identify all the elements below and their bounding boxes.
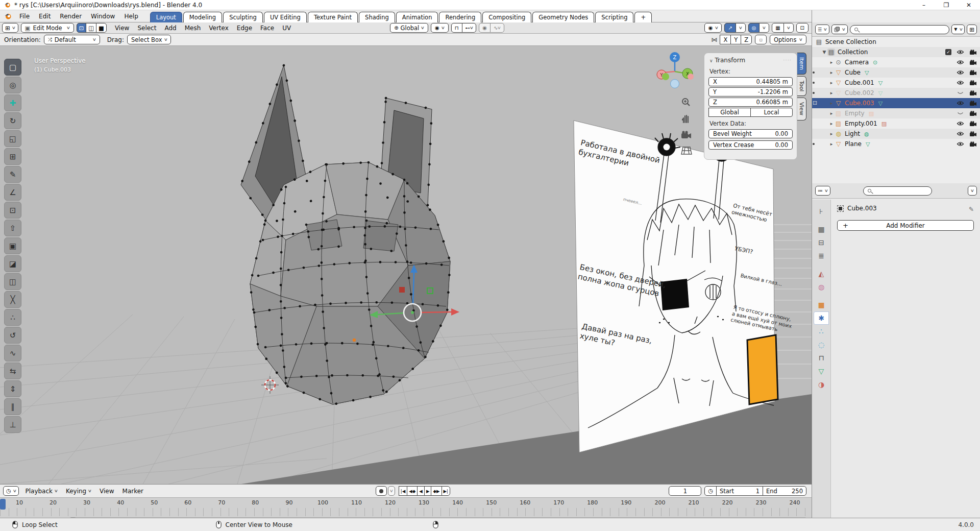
viewport-menu-item[interactable]: Select [133, 25, 160, 32]
camera-toggle-icon[interactable] [969, 60, 977, 65]
workspace-tab[interactable]: Geometry Nodes [532, 12, 594, 22]
play-reverse-button[interactable]: ◀ [417, 486, 425, 496]
eye-icon[interactable] [957, 131, 964, 136]
stopwatch-icon[interactable]: ◷ [704, 486, 717, 496]
item-expand-icon[interactable]: ▸ [828, 111, 835, 116]
item-expand-icon[interactable]: ▸ [828, 131, 835, 136]
mode-dropdown[interactable]: ▣ Edit Mode ∨ [21, 23, 74, 33]
edge-slide-tool[interactable]: ⇆ [4, 363, 21, 379]
proportional-editing-icon[interactable]: ◉ [479, 23, 491, 33]
outliner-filter-dropdown[interactable]: ▼∨ [951, 25, 965, 34]
eye-closed-icon[interactable] [957, 90, 964, 95]
vertex-data-field[interactable]: Vertex Crease 0.00 [708, 140, 793, 150]
xray-toggle[interactable]: ▦ [772, 23, 783, 33]
item-expand-icon[interactable]: ▸ [828, 101, 835, 106]
camera-toggle-icon[interactable] [969, 131, 977, 137]
snap-increment-button[interactable]: ▫ [755, 35, 767, 44]
outliner-item-row[interactable]: ⊡ ▸ ▽ Cube.003 ▽ [812, 98, 980, 108]
timeline-menu-item[interactable]: Playback ∨ [21, 486, 61, 496]
measure-tool[interactable]: ∠ [4, 184, 21, 201]
workspace-tab[interactable]: Modeling [183, 12, 222, 22]
pivot-point-dropdown[interactable]: ◉∨ [431, 23, 449, 33]
3d-viewport[interactable]: User Perspective (1) Cube.003 ▢◎✚↻◱⊞✎∠⊡⇧… [0, 46, 812, 484]
npanel-tab[interactable]: Item [797, 53, 806, 75]
eye-icon[interactable] [957, 121, 964, 126]
camera-toggle-icon[interactable] [969, 90, 977, 96]
timeline-menu-item[interactable]: Keying ∨ [62, 486, 95, 496]
edge-select-button[interactable]: ◫ [86, 23, 96, 33]
outliner-item-row[interactable]: ⊡ ▸ ▨ Empty ▨ [812, 108, 980, 118]
render-region-button[interactable]: ⊡ [796, 23, 808, 33]
timeline-menu-item[interactable]: Marker ∨ [118, 486, 148, 496]
visibility-dropdown[interactable]: ◉∨ [704, 23, 722, 33]
workspace-tab[interactable]: Scripting [595, 12, 633, 22]
viewport-menu-item[interactable]: Mesh [181, 25, 205, 32]
workspace-tab[interactable]: Sculpting [223, 12, 263, 22]
loop-cut-tool[interactable]: ◫ [4, 273, 21, 290]
output-tab[interactable]: ⊟ [814, 236, 829, 249]
item-expand-icon[interactable]: ▸ [828, 80, 835, 85]
pin-icon[interactable]: ✎ [969, 206, 974, 213]
knife-tool[interactable]: ╳ [4, 291, 21, 308]
timeline-editor-type-button[interactable]: ◷∨ [3, 486, 19, 496]
vertex-select-button[interactable]: ⊡ [77, 23, 87, 33]
cursor-tool[interactable]: ◎ [4, 77, 21, 93]
camera-toggle-icon[interactable] [969, 141, 977, 147]
collection-expand-icon[interactable]: ▼ [821, 50, 827, 55]
close-button[interactable]: ✕ [958, 0, 980, 10]
workspace-tab[interactable]: Compositing [482, 12, 531, 22]
gizmos-dropdown[interactable]: ∨ [736, 23, 746, 33]
workspace-tab[interactable]: Layout [150, 12, 182, 22]
viewport-menu-item[interactable]: Add [160, 25, 180, 32]
start-frame-field[interactable]: Start 1 [716, 486, 763, 496]
snap-magnet-icon[interactable]: ⊓ [451, 23, 462, 33]
topbar-menu-item[interactable]: Help [119, 10, 142, 22]
navigation-gizmo[interactable]: Z Y X [655, 50, 695, 90]
properties-editor-type-button[interactable]: ≔∨ [815, 186, 830, 196]
keying-set-dropdown[interactable]: ∨ [388, 486, 395, 496]
camera-toggle-icon[interactable] [969, 101, 977, 106]
scale-tool[interactable]: ◱ [4, 130, 21, 147]
maximize-button[interactable]: ❐ [935, 0, 958, 10]
camera-toggle-icon[interactable] [969, 80, 977, 86]
tool-tab[interactable]: ⊦ [814, 205, 829, 218]
new-collection-button[interactable]: ⊞ [967, 25, 977, 34]
extrude-region-tool[interactable]: ⇧ [4, 220, 21, 236]
add-modifier-button[interactable]: + Add Modifier [837, 220, 974, 231]
orientation-dropdown[interactable]: ⤮ Default ∨ [44, 35, 100, 44]
transform-tool[interactable]: ⊞ [4, 148, 21, 165]
current-frame-field[interactable]: 1 [669, 486, 701, 496]
zoom-icon[interactable] [681, 97, 691, 107]
camera-toggle-icon[interactable] [969, 121, 977, 127]
mirror-icon[interactable]: ⋈ [711, 36, 717, 43]
outliner-item-row[interactable]: ⊡ ▸ ▽ Cube ▽ [812, 67, 980, 78]
material-tab[interactable]: ◑ [814, 378, 829, 391]
workspace-tab[interactable]: UV Editing [264, 12, 307, 22]
item-expand-icon[interactable]: ▸ [828, 121, 835, 126]
topbar-menu-item[interactable]: Render [55, 10, 86, 22]
space-toggle-button[interactable]: Global [708, 108, 751, 117]
outliner-item-row[interactable]: ⊡ ▸ ▨ Empty.001 ▨ [812, 118, 980, 129]
jump-to-end-button[interactable]: ▶| [442, 486, 450, 496]
spin-tool[interactable]: ↺ [4, 327, 21, 344]
viewport-menu-item[interactable]: UV [278, 25, 295, 32]
eye-closed-icon[interactable] [957, 111, 964, 116]
mirror-axis-button[interactable]: Y [730, 35, 741, 44]
object-data-tab[interactable]: ▽ [814, 365, 829, 378]
particles-tab[interactable]: ∴ [814, 325, 829, 338]
eye-icon[interactable] [957, 80, 964, 85]
smooth-tool[interactable]: ∿ [4, 345, 21, 361]
vertex-coord-field[interactable]: X 0.44805 m [708, 77, 793, 86]
timeline-ruler[interactable]: 1020304050607080901001101201301401501601… [0, 498, 812, 518]
vertex-coord-field[interactable]: Z 0.66085 m [708, 98, 793, 107]
npanel-tab[interactable]: View [797, 98, 806, 120]
constraints-tab[interactable]: ⊓ [814, 351, 829, 365]
eye-icon[interactable] [957, 60, 964, 65]
vertex-coord-field[interactable]: Y -1.2206 m [708, 87, 793, 96]
workspace-tab[interactable]: Animation [396, 12, 438, 22]
properties-search-input[interactable] [863, 186, 932, 196]
scene-tab[interactable]: ◭ [814, 267, 829, 280]
outliner-display-mode-dropdown[interactable]: ☰∨ [815, 25, 829, 34]
timeline-menu-item[interactable]: View ∨ [95, 486, 118, 496]
outliner-root-row[interactable]: ▤ Scene Collection [812, 37, 980, 47]
